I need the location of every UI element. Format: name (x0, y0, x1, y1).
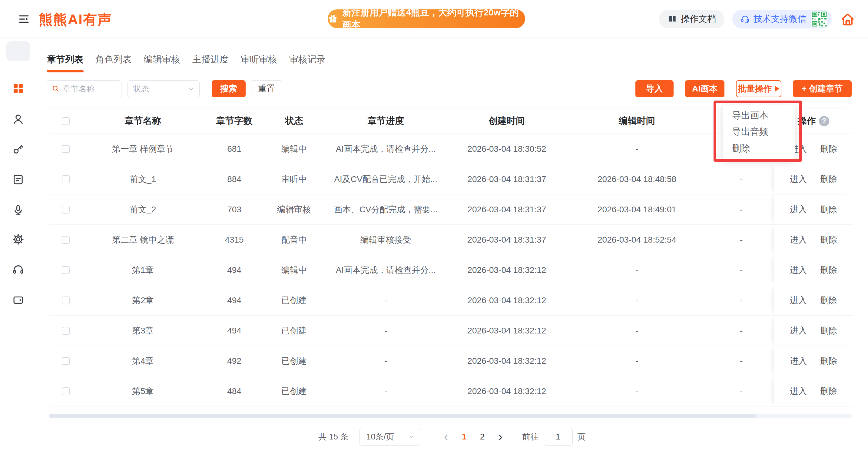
cell-progress: - (384, 326, 387, 336)
delete-link[interactable]: 删除 (820, 265, 837, 276)
enter-link[interactable]: 进入 (790, 265, 807, 276)
column-header: 创建时间 (448, 109, 565, 133)
enter-link[interactable]: 进入 (790, 234, 807, 246)
row-checkbox[interactable] (62, 175, 70, 183)
cell-name: 第3章 (132, 325, 154, 337)
cell-words: 484 (227, 386, 241, 396)
cell-edited: - (636, 144, 638, 154)
delete-link[interactable]: 删除 (820, 355, 837, 367)
enter-link[interactable]: 进入 (790, 204, 807, 215)
page-number-1[interactable]: 1 (455, 432, 473, 441)
select-all-checkbox[interactable] (62, 117, 70, 125)
status-select[interactable]: 状态 (127, 80, 199, 97)
row-checkbox[interactable] (62, 388, 70, 395)
topbar-right-group: 操作文档 技术支持微信 (659, 0, 856, 38)
total-count: 共 15 条 (318, 431, 348, 442)
tab-chapter-list[interactable]: 章节列表 (47, 53, 83, 70)
goto-label: 前往 (522, 431, 539, 442)
cell-created: 2026-03-04 18:32:12 (467, 265, 546, 275)
delete-link[interactable]: 删除 (820, 143, 837, 155)
reset-button[interactable]: 重置 (251, 80, 282, 97)
headphones-icon (11, 262, 25, 276)
tab-review-records[interactable]: 审核记录 (289, 53, 326, 70)
tab-anchor-progress[interactable]: 主播进度 (192, 53, 229, 70)
sidebar-item-users[interactable] (0, 113, 36, 126)
filter-row: 章节名称 状态 搜索 重置 (47, 80, 282, 97)
scrollbar-thumb[interactable] (49, 414, 756, 417)
sidebar-item-recording[interactable] (0, 204, 36, 217)
row-checkbox[interactable] (62, 236, 70, 244)
column-header: 章节进度 (323, 109, 448, 133)
enter-link[interactable]: 进入 (790, 385, 807, 397)
next-page-button[interactable]: › (492, 430, 510, 443)
tab-listen-review[interactable]: 审听审核 (241, 53, 277, 70)
home-icon[interactable] (840, 11, 856, 27)
import-button[interactable]: 导入 (636, 80, 674, 97)
tab-edit-review[interactable]: 编辑审核 (144, 53, 180, 70)
sidebar-item-listening[interactable] (0, 262, 36, 276)
create-chapter-button[interactable]: + 创建章节 (793, 80, 851, 97)
promo-banner[interactable]: 新注册用户赠送4熊豆，大约可执行20w字的画本 (328, 9, 525, 28)
sidebar-collapse-icon[interactable] (18, 13, 30, 26)
page-size-select[interactable]: 10条/页 (360, 428, 420, 445)
row-checkbox[interactable] (62, 357, 70, 365)
row-checkbox[interactable] (62, 145, 70, 153)
page-unit-label: 页 (578, 431, 586, 442)
cell-created: 2026-03-04 18:32:12 (467, 356, 546, 366)
delete-link[interactable]: 删除 (820, 234, 837, 246)
ai-script-button[interactable]: AI画本 (685, 80, 724, 97)
column-header: 章节字数 (204, 109, 265, 133)
cell-words: 494 (227, 326, 241, 336)
enter-link[interactable]: 进入 (790, 355, 807, 367)
cell-extra: - (740, 296, 743, 305)
page-size-value: 10条/页 (367, 431, 394, 442)
column-header-label: 操作 (798, 115, 816, 127)
cell-created: 2026-03-04 18:32:12 (467, 296, 546, 305)
page-number-2[interactable]: 2 (473, 432, 492, 441)
delete-link[interactable]: 删除 (820, 295, 837, 306)
sidebar-item-settings[interactable] (0, 233, 36, 246)
cell-progress: 编辑审核接受 (361, 234, 411, 246)
batch-menu-item[interactable]: 导出音频 (723, 124, 795, 140)
docs-button[interactable]: 操作文档 (659, 10, 724, 28)
cell-status: 已创建 (281, 385, 307, 397)
batch-menu-item[interactable]: 删除 (723, 140, 795, 157)
cell-created: 2026-03-04 18:32:12 (467, 326, 546, 336)
sidebar-item-wallet[interactable] (0, 293, 36, 307)
chapter-name-search-input[interactable]: 章节名称 (47, 80, 121, 97)
column-header (49, 109, 82, 133)
row-checkbox[interactable] (62, 266, 70, 274)
prev-page-button[interactable]: ‹ (437, 430, 455, 443)
delete-link[interactable]: 删除 (820, 385, 837, 397)
row-checkbox[interactable] (62, 327, 70, 335)
enter-link[interactable]: 进入 (790, 174, 807, 185)
delete-link[interactable]: 删除 (820, 204, 837, 215)
batch-menu-item[interactable]: 导出画本 (723, 107, 795, 124)
row-checkbox[interactable] (62, 206, 70, 214)
sidebar-active-highlight (6, 41, 30, 61)
column-header: 编辑时间 (565, 109, 709, 133)
cell-edited: - (636, 386, 638, 396)
batch-operations-button[interactable]: 批量操作 (736, 80, 781, 97)
delete-link[interactable]: 删除 (820, 325, 837, 337)
help-icon[interactable]: ? (819, 116, 829, 126)
tab-role-list[interactable]: 角色列表 (95, 53, 132, 70)
cell-words: 703 (227, 205, 241, 214)
row-checkbox[interactable] (62, 297, 70, 304)
cell-words: 494 (227, 265, 241, 275)
cell-name: 第一章 样例章节 (112, 143, 174, 155)
app-logo: 熊熊AI有声 (39, 10, 112, 29)
search-button[interactable]: 搜索 (212, 80, 246, 97)
cell-status: 审听中 (281, 174, 307, 185)
support-wechat-button[interactable]: 技术支持微信 (732, 10, 832, 28)
horizontal-scrollbar[interactable] (49, 414, 853, 417)
cell-words: 884 (227, 175, 241, 184)
sidebar-item-keys[interactable] (0, 142, 36, 156)
sidebar-item-dashboard[interactable] (0, 82, 36, 95)
delete-link[interactable]: 删除 (820, 174, 837, 185)
search-icon (52, 85, 60, 93)
goto-page-input[interactable]: 1 (544, 428, 573, 445)
enter-link[interactable]: 进入 (790, 295, 807, 306)
sidebar-item-documents[interactable] (0, 173, 36, 186)
enter-link[interactable]: 进入 (790, 325, 807, 337)
